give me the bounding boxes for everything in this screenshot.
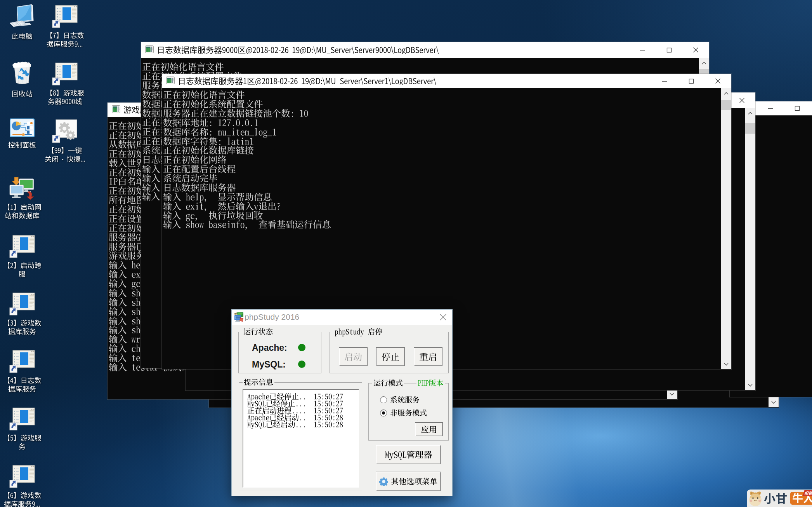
this-pc-icon	[9, 3, 36, 29]
watermark-ribbon: 投稿网	[803, 490, 812, 496]
desktop-icon-shortcut-4-log-db[interactable]: 【4】日志数据库服务	[1, 348, 43, 394]
watermark-ribbon-text: 投稿网	[804, 491, 812, 495]
icon-label-line: 据库服务	[8, 328, 36, 335]
phpstudy-close-button[interactable]	[437, 311, 449, 323]
icon-label-line: 站和数据库	[5, 212, 40, 219]
console-line: 正在初始化语言文件	[142, 62, 310, 71]
console-window-right-minimize-button[interactable]	[757, 101, 784, 115]
stop-button[interactable]: 停止	[376, 347, 405, 366]
console-window-logdb-9000-close-button[interactable]	[682, 42, 709, 58]
log-entry-time: 15:50:28	[314, 414, 343, 421]
maximize-icon	[795, 106, 800, 111]
chevron-down-icon	[771, 401, 776, 404]
desktop-icon-shortcut-6-game-db-9000[interactable]: 【6】游戏数据库服务9...	[1, 463, 43, 507]
apache-status-label: Apache:	[252, 343, 287, 353]
icon-label-line: 据库服务	[8, 385, 36, 392]
maximize-icon	[666, 47, 672, 53]
system-service-radio[interactable]	[380, 396, 387, 403]
log-messages-listbox[interactable]: Apache已经停止..15:50:27MySQL已经停止...15:50:27…	[243, 389, 359, 488]
console-window-logdb-1-scroll-thumb[interactable]	[721, 100, 731, 110]
close-icon	[715, 78, 721, 84]
log-entry-message: MySQL已经启动...	[247, 421, 306, 428]
console-line: 输入 exit， 然后输入y退出?	[163, 202, 331, 211]
chevron-down-icon	[724, 363, 729, 366]
console-window-logdb-1-scroll-up[interactable]	[721, 88, 731, 98]
console-window-logdb-1-close-button[interactable]	[704, 74, 731, 88]
console-line: 系统启动完毕	[163, 174, 331, 183]
console-shortcut-icon	[52, 61, 78, 85]
console-window-logdb-1-minimize-button[interactable]	[651, 74, 678, 88]
log-entry-time: 15:50:27	[314, 407, 343, 414]
console-window-right-caption-buttons	[757, 101, 812, 115]
mysql-manager-button[interactable]: MySQL管理器	[376, 445, 441, 464]
chevron-down-icon	[670, 393, 674, 395]
icon-label-line: 务器9000线	[48, 98, 82, 105]
phpstudy-control-group: phpStudy 启停启动停止重启	[330, 332, 449, 373]
console-window-logdb-9000-scroll-up[interactable]	[699, 58, 709, 68]
php-version-link[interactable]: PHP版本	[416, 379, 445, 387]
other-options-label: 其他选项菜单	[391, 477, 437, 485]
desktop-icon-shortcut-8-game-9000[interactable]: 【8】游戏服务器9000线	[43, 61, 86, 106]
other-options-button[interactable]: 其他选项菜单	[376, 472, 441, 491]
console-shortcut-icon	[52, 3, 78, 28]
icon-label-line: 关闭 - 快捷...	[45, 155, 85, 162]
console-line: 正在初始化语言文件	[163, 90, 331, 99]
apply-button-label: 应用	[421, 425, 437, 434]
apply-button[interactable]: 应用	[415, 422, 443, 436]
minimize-icon	[768, 106, 773, 111]
icon-label-line: 【5】游戏服	[3, 434, 42, 441]
phpstudy-title: phpStudy 2016	[245, 312, 299, 322]
restart-button-label: 重启	[419, 352, 437, 361]
desktop-icon-shortcut-7-logdb-9000[interactable]: 【7】日志数据库服务9...	[43, 3, 86, 49]
console-window-game-server-icon	[112, 105, 120, 113]
console-window-logdb-1-scrollbar[interactable]	[721, 88, 731, 369]
console-window-logdb-1-titlebar[interactable]: 日志数据库服务器1区@2018-02-26 19@D:\MU_Server\Se…	[162, 74, 731, 88]
console-window-logdb-9000-titlebar[interactable]: 日志数据库服务器9000区@2018-02-26 19@D:\MU_Server…	[141, 42, 709, 58]
start-button-label: 启动	[344, 352, 362, 361]
console-shortcut-icon	[9, 291, 35, 315]
icon-label-line: 回收站	[12, 90, 33, 97]
console-window-mid-scroll-thumb[interactable]	[745, 123, 755, 134]
close-icon	[693, 47, 699, 53]
close-icon	[739, 98, 745, 103]
desktop-icon-shortcut-5-game[interactable]: 【5】游戏服务	[1, 406, 43, 451]
chevron-down-icon	[748, 384, 753, 387]
desktop-icon-shortcut-3-game-db[interactable]: 【3】游戏数据库服务	[1, 291, 43, 336]
console-line: 正在初始化数据库链接	[163, 146, 331, 155]
console-window-back-scroll-down[interactable]	[769, 397, 779, 407]
phpstudy-titlebar[interactable]: phpStudy 2016	[232, 310, 452, 325]
watermark-mascot-icon	[748, 490, 763, 507]
console-window-logdb-1-maximize-button[interactable]	[678, 74, 704, 88]
console-window-logdb-1-caption-buttons	[651, 74, 731, 88]
desktop-icon-control-panel[interactable]: 控制面板	[1, 118, 43, 150]
non-service-mode-radio[interactable]	[380, 409, 387, 416]
start-button[interactable]: 启动	[339, 347, 368, 366]
console-window-mid-close-button[interactable]	[729, 92, 755, 108]
run-status-group: 运行状态Apache:MySQL:	[238, 332, 321, 373]
desktop-icon-recycle-bin[interactable]: 回收站	[1, 61, 43, 99]
phpstudy-dialog[interactable]: phpStudy 2016运行状态Apache:MySQL:phpStudy 启…	[231, 309, 453, 496]
console-window-logdb-1-scroll-down[interactable]	[721, 359, 731, 369]
console-window-logdb-9000-maximize-button[interactable]	[656, 42, 682, 58]
mysql-status-dot	[298, 361, 305, 368]
console-line: 正在配置后台线程	[163, 164, 331, 174]
restart-button[interactable]: 重启	[414, 347, 442, 366]
console-window-mid-scroll-down[interactable]	[745, 380, 755, 390]
console-window-right-maximize-button[interactable]	[784, 101, 810, 115]
stop-button-label: 停止	[382, 352, 399, 361]
desktop-icon-shortcut-1-start-web-db[interactable]: 【1】启动网站和数据库	[1, 176, 43, 221]
console-window-right-close-button[interactable]	[810, 101, 812, 115]
log-entry-time: 15:50:27	[314, 400, 343, 407]
icon-label-line: 【2】启动跨	[3, 262, 42, 269]
desktop-icon-this-pc[interactable]: 此电脑	[1, 3, 43, 41]
console-window-mid-scroll-up[interactable]	[745, 108, 755, 118]
watermark-name: 小甘	[764, 493, 787, 504]
log-entry-time: 15:50:27	[314, 393, 343, 400]
run-mode-label: 运行模式	[372, 379, 404, 387]
console-window-logdb-9000-minimize-button[interactable]	[629, 42, 656, 58]
desktop-icon-shortcut-99-close-all[interactable]: 【99】一键关闭 - 快捷...	[43, 118, 86, 164]
apache-status-dot	[298, 344, 305, 351]
icon-label-line: 【6】游戏数	[3, 492, 42, 499]
console-window-mid-scrollbar[interactable]	[745, 108, 755, 390]
desktop-icon-shortcut-2-cross-server[interactable]: 【2】启动跨服	[1, 233, 43, 279]
